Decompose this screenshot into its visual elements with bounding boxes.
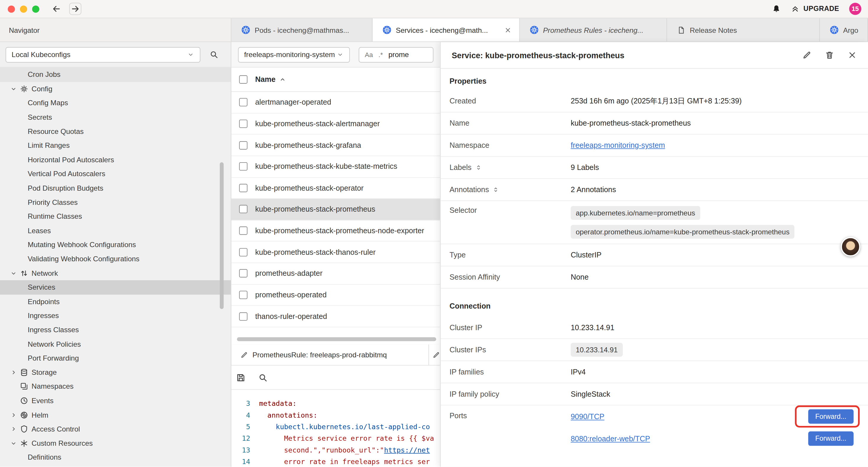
save-icon[interactable] (236, 372, 246, 382)
sidebar-group-custom-resources[interactable]: Custom Resources (0, 436, 231, 450)
dock-tab-partial[interactable] (429, 344, 440, 365)
dock-tab-prometheusrule[interactable]: PrometheusRule: freeleaps-prod-rabbitmq (231, 344, 429, 365)
table-row[interactable]: kube-prometheus-stack-prometheus-node-ex… (231, 220, 440, 241)
port-link[interactable]: 9090/TCP (571, 412, 604, 420)
forward-button[interactable]: Forward... (808, 409, 854, 424)
expand-collapse-icon[interactable] (475, 164, 482, 171)
table-row[interactable]: prometheus-adapter (231, 263, 440, 284)
select-all-checkbox[interactable] (239, 76, 247, 84)
row-checkbox[interactable] (239, 205, 247, 213)
tab-strip: Navigator Pods - icecheng@mathmas... Ser… (0, 18, 868, 42)
sidebar-item-cron-jobs[interactable]: Cron Jobs (0, 68, 231, 82)
column-header-name[interactable]: Name (255, 76, 276, 84)
sidebar-scrollbar[interactable] (220, 162, 224, 309)
row-checkbox[interactable] (239, 98, 247, 107)
tab-argo[interactable]: Argo Se (820, 18, 868, 42)
search-icon[interactable] (209, 50, 219, 59)
close-icon[interactable] (848, 51, 857, 60)
back-icon[interactable] (52, 4, 61, 14)
table-row[interactable]: alertmanager-operated (231, 92, 440, 113)
bell-icon[interactable] (772, 4, 781, 13)
match-case-toggle[interactable]: Aa (365, 51, 373, 58)
sort-ascending-icon[interactable] (279, 76, 286, 83)
sidebar-item-runtime-classes[interactable]: Runtime Classes (0, 209, 231, 224)
sidebar-item-network-policies[interactable]: Network Policies (0, 337, 231, 351)
chevron-right-icon[interactable] (10, 369, 17, 376)
chevron-right-icon[interactable] (10, 425, 17, 432)
row-checkbox[interactable] (239, 312, 247, 320)
sidebar-item-mutating-webhook-configurations[interactable]: Mutating Webhook Configurations (0, 238, 231, 252)
chevron-down-icon[interactable] (10, 439, 17, 447)
table-row[interactable]: prometheus-operated (231, 284, 440, 305)
namespace-link[interactable]: freeleaps-monitoring-system (571, 141, 665, 150)
kubeconfig-selector[interactable]: Local Kubeconfigs (6, 47, 200, 62)
sidebar-item-priority-classes[interactable]: Priority Classes (0, 195, 231, 209)
table-row[interactable]: kube-prometheus-stack-alertmanager (231, 113, 440, 135)
namespace-selector[interactable]: freeleaps-monitoring-system (238, 47, 350, 62)
window-close-button[interactable] (8, 5, 15, 12)
tab-release-notes[interactable]: Release Notes (667, 18, 820, 42)
user-avatar[interactable] (841, 237, 860, 257)
sidebar-item-port-forwarding[interactable]: Port Forwarding (0, 351, 231, 365)
sidebar-group-network[interactable]: Network (0, 266, 231, 280)
table-row[interactable]: kube-prometheus-stack-kube-state-metrics (231, 156, 440, 177)
forward-button[interactable]: Forward... (808, 432, 854, 446)
sidebar-item-config-maps[interactable]: Config Maps (0, 96, 231, 110)
sidebar-group-access-control[interactable]: Access Control (0, 422, 231, 436)
sidebar-item-pod-disruption-budgets[interactable]: Pod Disruption Budgets (0, 181, 231, 195)
window-maximize-button[interactable] (32, 5, 39, 12)
table-row[interactable]: kube-prometheus-stack-thanos-ruler (231, 242, 440, 263)
delete-icon[interactable] (825, 51, 834, 60)
table-row-selected[interactable]: kube-prometheus-stack-prometheus (231, 199, 440, 220)
search-icon[interactable] (258, 372, 268, 382)
row-checkbox[interactable] (239, 184, 247, 192)
sidebar-group-storage[interactable]: Storage (0, 365, 231, 380)
upgrade-button[interactable]: UPGRADE (791, 5, 839, 13)
search-input[interactable]: Aa .* prome (359, 47, 433, 62)
table-row[interactable]: thanos-ruler-operated (231, 306, 440, 327)
chevron-down-icon[interactable] (10, 85, 17, 92)
row-checkbox[interactable] (239, 248, 247, 256)
sidebar-item-definitions[interactable]: Definitions (0, 450, 231, 464)
tab-services[interactable]: Services - icecheng@math... (373, 18, 520, 42)
kubernetes-icon (830, 25, 839, 34)
sidebar-item-events[interactable]: Events (0, 394, 231, 408)
sidebar-item-ingress-classes[interactable]: Ingress Classes (0, 323, 231, 337)
tab-pods[interactable]: Pods - icecheng@mathmas... (231, 18, 373, 42)
table-row[interactable]: kube-prometheus-stack-operator (231, 178, 440, 199)
row-checkbox[interactable] (239, 141, 247, 149)
sidebar-item-resource-quotas[interactable]: Resource Quotas (0, 124, 231, 138)
window-minimize-button[interactable] (20, 5, 27, 12)
notification-count-badge[interactable]: 15 (849, 3, 861, 15)
port-link[interactable]: 8080:reloader-web/TCP (571, 435, 650, 443)
expand-collapse-icon[interactable] (492, 186, 499, 193)
row-checkbox[interactable] (239, 120, 247, 128)
chevron-down-icon[interactable] (10, 269, 17, 276)
sidebar-group-config[interactable]: Config (0, 82, 231, 96)
row-checkbox[interactable] (239, 226, 247, 235)
regex-toggle[interactable]: .* (378, 51, 383, 58)
sidebar-item-endpoints[interactable]: Endpoints (0, 294, 231, 309)
sidebar-item-limit-ranges[interactable]: Limit Ranges (0, 138, 231, 152)
drawer-title: Service: kube-prometheus-stack-prometheu… (452, 51, 624, 59)
row-checkbox[interactable] (239, 269, 247, 278)
table-row[interactable]: kube-prometheus-stack-grafana (231, 135, 440, 156)
horizontal-scrollbar[interactable] (237, 337, 436, 341)
sidebar-item-vertical-pod-autoscalers[interactable]: Vertical Pod Autoscalers (0, 167, 231, 181)
sidebar-item-namespaces[interactable]: Namespaces (0, 380, 231, 394)
sidebar-item-services[interactable]: Services (0, 280, 231, 294)
sidebar-item-horizontal-pod-autoscalers[interactable]: Horizontal Pod Autoscalers (0, 152, 231, 167)
chevron-right-icon[interactable] (10, 411, 17, 418)
sidebar-item-secrets[interactable]: Secrets (0, 110, 231, 124)
row-checkbox[interactable] (239, 162, 247, 171)
sidebar-group-helm[interactable]: Helm (0, 408, 231, 422)
sidebar-item-validating-webhook-configurations[interactable]: Validating Webhook Configurations (0, 252, 231, 266)
sidebar-item-ingresses[interactable]: Ingresses (0, 309, 231, 323)
tab-prometheus-rules[interactable]: Prometheus Rules - icecheng... (520, 18, 667, 42)
sidebar-item-leases[interactable]: Leases (0, 224, 231, 238)
tab-close-icon[interactable] (504, 26, 512, 33)
edit-icon[interactable] (802, 51, 812, 60)
forward-icon[interactable] (69, 3, 81, 15)
yaml-editor[interactable]: 3metadata: 4 annotations: 5 kubectl.kube… (231, 390, 440, 467)
row-checkbox[interactable] (239, 291, 247, 299)
